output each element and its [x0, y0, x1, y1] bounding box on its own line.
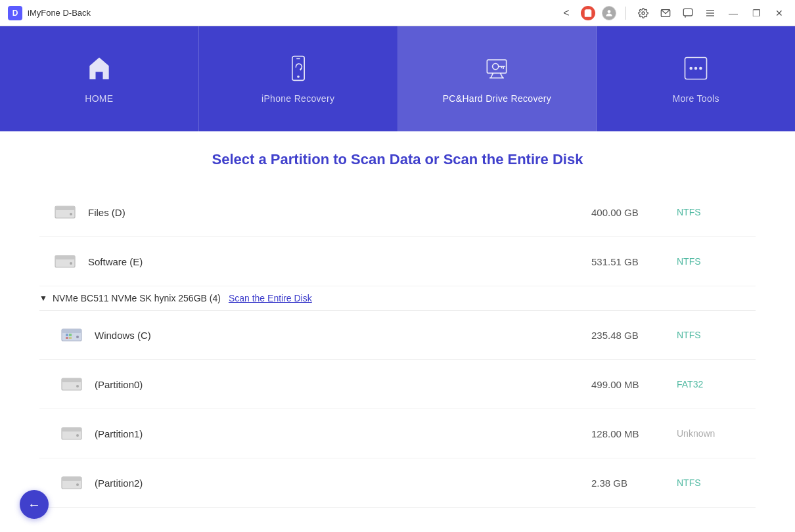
partition-name-software-e: Software (E): [88, 256, 591, 267]
svg-point-42: [76, 434, 79, 437]
standalone-section: Files (D) 400.00 GB NTFS Software (E) 53…: [39, 188, 756, 286]
minimize-button[interactable]: —: [725, 5, 742, 21]
partition-files-d[interactable]: Files (D) 400.00 GB NTFS: [39, 188, 756, 237]
partition-size-software-e: 531.51 GB: [591, 256, 677, 267]
svg-point-10: [297, 76, 300, 78]
drive-icon-partition0: [59, 372, 84, 397]
svg-point-45: [76, 483, 79, 486]
partition-name-2: (Partition2): [95, 477, 591, 489]
restore-button[interactable]: ❐: [748, 5, 765, 21]
share-icon[interactable]: <: [558, 5, 574, 21]
svg-point-32: [76, 336, 79, 338]
partition-size-files-d: 400.00 GB: [591, 207, 677, 218]
disk-group-arrow[interactable]: ▼: [39, 294, 47, 303]
nav-home[interactable]: HOME: [0, 26, 199, 131]
partition-0[interactable]: (Partition0) 499.00 MB FAT32: [39, 360, 756, 409]
iphone-icon: [284, 54, 313, 87]
partition-windows-c[interactable]: Windows (C) 235.48 GB NTFS: [39, 311, 756, 360]
svg-point-23: [699, 67, 702, 70]
svg-line-14: [501, 73, 503, 78]
titlebar-actions: < — ❐ ✕: [558, 5, 787, 21]
drive-icon-partition2: [59, 470, 84, 495]
avatar-icon[interactable]: [602, 6, 616, 20]
app-title: iMyFone D-Back: [28, 8, 558, 18]
partition-size-windows-c: 235.48 GB: [591, 330, 677, 341]
app-logo: D: [8, 6, 22, 20]
drive-icon-partition1: [59, 421, 84, 446]
main-content: Select a Partition to Scan Data or Scan …: [0, 131, 795, 532]
svg-point-26: [70, 213, 72, 215]
nav-pc-recovery[interactable]: PC&Hard Drive Recovery: [398, 26, 597, 131]
partition-fs-2: NTFS: [677, 477, 742, 488]
content-area: Select a Partition to Scan Data or Scan …: [0, 131, 795, 532]
partition-name-files-d: Files (D): [88, 207, 591, 218]
svg-line-13: [491, 73, 493, 78]
home-icon: [85, 54, 114, 87]
settings-icon[interactable]: [635, 5, 651, 21]
navbar: HOME iPhone Recovery: [0, 26, 795, 131]
svg-point-1: [608, 10, 611, 13]
svg-rect-41: [62, 428, 81, 432]
svg-rect-28: [55, 255, 75, 259]
partition-name-0: (Partition0): [95, 379, 591, 390]
svg-point-29: [70, 262, 72, 265]
nav-home-label: HOME: [85, 93, 113, 104]
chat-icon[interactable]: [680, 5, 696, 21]
svg-rect-4: [683, 9, 692, 16]
nav-iphone-label: iPhone Recovery: [261, 93, 334, 104]
partition-size-2: 2.38 GB: [591, 477, 677, 489]
partition-software-e[interactable]: Software (E) 531.51 GB NTFS: [39, 237, 756, 286]
scan-entire-disk-link[interactable]: Scan the Entire Disk: [229, 293, 312, 303]
disk-group-header-nvme: ▼ NVMe BC511 NVMe SK hynix 256GB (4) Sca…: [39, 286, 756, 311]
partition-name-windows-c: Windows (C): [95, 330, 591, 341]
svg-point-16: [493, 64, 499, 70]
notification-icon[interactable]: [581, 6, 595, 20]
disk-group-nvme: ▼ NVMe BC511 NVMe SK hynix 256GB (4) Sca…: [39, 286, 756, 508]
drive-icon-software-e: [53, 249, 78, 274]
nav-more-tools[interactable]: More Tools: [597, 26, 795, 131]
svg-rect-35: [66, 337, 68, 339]
partition-fs-files-d: NTFS: [677, 207, 742, 217]
partition-fs-software-e: NTFS: [677, 256, 742, 267]
drive-icon-files-d: [53, 200, 78, 225]
nav-pc-label: PC&Hard Drive Recovery: [443, 93, 551, 104]
nvme-partitions: Windows (C) 235.48 GB NTFS (Partition0): [39, 311, 756, 508]
drive-icon-windows-c: [59, 322, 84, 347]
svg-rect-25: [55, 206, 75, 210]
nav-more-tools-label: More Tools: [673, 93, 719, 104]
titlebar: D iMyFone D-Back < — ❐ ✕: [0, 0, 795, 26]
svg-point-2: [642, 12, 645, 14]
more-tools-icon: [681, 54, 710, 87]
page-title: Select a Partition to Scan Data or Scan …: [39, 151, 756, 168]
partition-fs-windows-c: NTFS: [677, 330, 742, 340]
partition-2[interactable]: (Partition2) 2.38 GB NTFS: [39, 458, 756, 508]
svg-point-39: [76, 385, 79, 388]
partition-fs-1: Unknown: [677, 428, 742, 439]
disk-group-name-nvme: NVMe BC511 NVMe SK hynix 256GB (4): [53, 293, 221, 303]
back-button[interactable]: ←: [20, 490, 49, 519]
svg-rect-33: [66, 334, 68, 336]
close-button[interactable]: ✕: [771, 5, 787, 21]
partition-size-1: 128.00 MB: [591, 428, 677, 439]
svg-rect-44: [62, 477, 81, 481]
svg-rect-31: [62, 329, 81, 333]
back-arrow-icon: ←: [28, 497, 41, 512]
mail-icon[interactable]: [658, 5, 673, 21]
svg-rect-38: [62, 378, 81, 382]
svg-point-21: [690, 67, 693, 70]
partition-fs-0: FAT32: [677, 379, 742, 389]
menu-icon[interactable]: [702, 5, 718, 21]
separator: [625, 7, 626, 20]
nav-iphone-recovery[interactable]: iPhone Recovery: [199, 26, 398, 131]
partition-1[interactable]: (Partition1) 128.00 MB Unknown: [39, 409, 756, 458]
pc-icon: [482, 54, 511, 87]
svg-point-22: [694, 67, 698, 70]
svg-rect-34: [69, 334, 72, 336]
partition-name-1: (Partition1): [95, 428, 591, 439]
svg-rect-36: [69, 337, 72, 339]
partition-size-0: 499.00 MB: [591, 379, 677, 390]
